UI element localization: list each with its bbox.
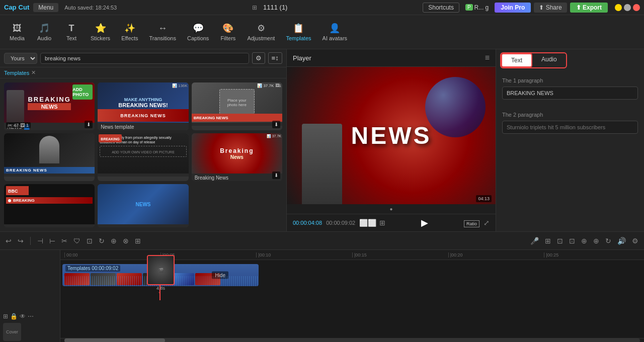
export-button[interactable]: ⬆ Export [570, 3, 608, 13]
tool-adjustment[interactable]: ⚙ Adjustment [242, 20, 280, 44]
tool-ai-avatars[interactable]: 👤 AI avatars [317, 20, 353, 44]
join-pro-button[interactable]: Join Pro [495, 3, 531, 13]
timeline-scrollbar[interactable] [60, 338, 644, 342]
tl-rotate-button[interactable]: ↻ [97, 235, 106, 246]
tl-r-link-button[interactable]: ⊕ [592, 235, 601, 246]
template-card-7[interactable]: BBC BREAKING [4, 184, 95, 227]
tl-r-rotate-button[interactable]: ↻ [604, 235, 613, 246]
tool-stickers[interactable]: ⭐ Stickers [86, 20, 115, 44]
tool-captions[interactable]: 💬 Captions [182, 20, 214, 44]
tl-split-button[interactable]: ⊣ [36, 235, 45, 246]
search-input[interactable] [40, 53, 249, 64]
tab-audio[interactable]: Audio [532, 53, 566, 67]
card-6-download[interactable]: ⬇ [272, 172, 280, 179]
tl-mic-button[interactable]: 🎤 [529, 235, 540, 246]
filters-icon: 🎨 [222, 23, 233, 34]
time-total: 00:00:09:02 [326, 220, 355, 226]
tool-filters-label: Filters [220, 35, 235, 41]
tool-audio[interactable]: 🎵 Audio [31, 20, 57, 44]
card-1-download[interactable]: ⬇ [85, 121, 93, 128]
tl-mark-15: |00:15 [352, 252, 448, 258]
para-1-input[interactable] [502, 87, 638, 100]
card-2-label: News template [98, 123, 188, 130]
timeline-main: 00:00 |00:05 |00:10 |00:15 |00:20 |00:25… [60, 250, 644, 342]
tl-r-add-button[interactable]: ⊕ [580, 235, 589, 246]
pro-profile-button[interactable]: P R... g [462, 3, 492, 12]
tl-r-crop2-button[interactable]: ⊡ [555, 235, 565, 246]
tl-split2-button[interactable]: ⊢ [48, 235, 57, 246]
tl-undo-button[interactable]: ↩ [4, 235, 13, 246]
media-icon: 🖼 [13, 23, 22, 34]
tool-text[interactable]: T Text [58, 20, 85, 44]
tl-crop-button[interactable]: ⊡ [85, 235, 94, 246]
templates-tag-close[interactable]: ✕ [31, 69, 36, 76]
track-lock-button[interactable]: 🔒 [10, 313, 18, 320]
aspect-ratio-button[interactable]: Ratio [464, 219, 479, 227]
fullscreen-button[interactable]: ⤢ [484, 219, 490, 227]
track-eye-button[interactable]: 👁 [20, 313, 26, 320]
play-button[interactable]: ▶ [421, 217, 428, 228]
transitions-icon: ↔ [158, 23, 167, 34]
menu-button[interactable]: Menu [33, 3, 58, 12]
card-5-label [98, 174, 188, 177]
template-card-8[interactable]: NEWS [98, 184, 188, 227]
shortcuts-button[interactable]: Shortcuts [423, 3, 459, 13]
tl-redo-button[interactable]: ↪ [16, 235, 25, 246]
filter-button[interactable]: ⚙ [252, 52, 265, 64]
topbar: CapCut Menu Auto saved: 18:24:53 ⊞ 1111 … [0, 0, 644, 15]
tl-sep-1 [30, 237, 31, 245]
tl-r-edit-button[interactable]: ⊡ [568, 235, 577, 246]
tl-r-split-button[interactable]: ⊞ [543, 235, 552, 246]
tool-adjustment-label: Adjustment [247, 35, 275, 41]
track-add-button[interactable]: ⊞ [3, 313, 8, 320]
right-tab-bar: Text Audio [496, 49, 644, 71]
tl-grid-button[interactable]: ⊞ [133, 235, 142, 246]
template-card-3[interactable]: Place yourphoto here BREAKING NEWS 📊 37.… [192, 82, 282, 130]
tl-right-tools: 🎤 ⊞ ⊡ ⊡ ⊕ ⊕ ↻ 🔊 ⚙ [529, 235, 640, 246]
cover-thumbnail[interactable]: Cover [3, 323, 21, 341]
share-button[interactable]: ⬆ Share [534, 3, 567, 13]
logo-cap: Cap [4, 4, 17, 11]
tool-media[interactable]: 🖼 Media [4, 20, 30, 44]
card-6-label: Breaking News [192, 174, 282, 181]
template-card-4[interactable]: BREAKING NEWS [4, 133, 95, 181]
template-card-1[interactable]: BREAKING NEWS ADD PHOTO ✂47 🖼1 ⬇ NEWS 🟦 [4, 82, 95, 130]
player-menu-button[interactable]: ≡ [485, 53, 490, 62]
clip-label: Templates 00:00:09:02 [65, 265, 120, 272]
card-1-badge: ✂47 🖼1 [6, 122, 31, 128]
tl-add1-button[interactable]: ⊕ [109, 235, 118, 246]
tl-mark-5: |00:05 [160, 252, 257, 258]
tl-r-vol-button[interactable]: 🔊 [616, 235, 627, 246]
tl-add2-button[interactable]: ⊗ [121, 235, 130, 246]
window-controls [615, 4, 640, 11]
minimize-button[interactable] [615, 4, 622, 11]
tab-text[interactable]: Text [501, 53, 532, 67]
para-2-input[interactable] [502, 121, 638, 134]
template-card-6[interactable]: Breaking News 📊 37.7K ⬇ Breaking News [192, 133, 282, 181]
sort-button[interactable]: ≡↕ [268, 52, 282, 64]
topbar-center: ⊞ 1111 (1) [121, 4, 419, 11]
tl-delete-button[interactable]: ✂ [60, 235, 69, 246]
main-toolbar: 🖼 Media 🎵 Audio T Text ⭐ Stickers ✨ Effe… [0, 15, 644, 49]
scrollbar-thumb[interactable] [64, 338, 165, 342]
tl-shield-button[interactable]: 🛡 [72, 235, 82, 246]
template-card-2[interactable]: MAKE ANYTHING BREAKING NEWS! BREAKING NE… [98, 82, 188, 130]
template-card-5[interactable]: Man freed early from prison allegedly se… [98, 133, 188, 181]
tool-transitions[interactable]: ↔ Transitions [144, 20, 181, 44]
grid-button[interactable]: ⊞ [379, 219, 385, 227]
maximize-button[interactable] [624, 4, 631, 11]
category-select[interactable]: Yours [4, 53, 37, 64]
tool-templates[interactable]: 📋 Templates [281, 20, 316, 44]
tool-filters[interactable]: 🎨 Filters [215, 20, 241, 44]
volume-button[interactable]: ⬜⬜ [359, 219, 376, 227]
player-news-title: NEWS [351, 122, 432, 149]
track-more-button[interactable]: ⋯ [28, 313, 34, 320]
audio-icon: 🎵 [39, 23, 50, 34]
tl-r-settings-button[interactable]: ⚙ [630, 235, 640, 246]
logo-cut: Cut [19, 4, 30, 11]
layout-icon[interactable]: ⊞ [252, 4, 257, 11]
templates-icon: 📋 [293, 23, 304, 34]
tool-effects[interactable]: ✨ Effects [116, 20, 143, 44]
card-3-download[interactable]: ⬇ [272, 121, 280, 128]
close-button[interactable] [633, 4, 640, 11]
